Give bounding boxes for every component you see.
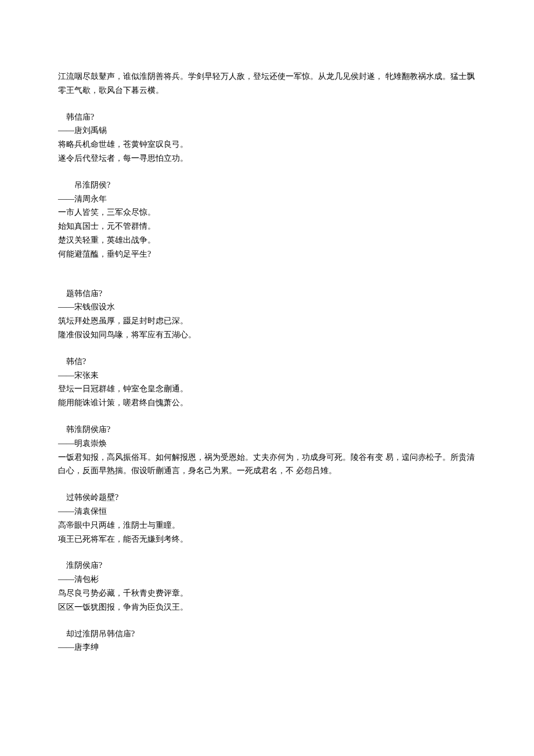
poem-block: 题韩信庙?——宋钱假设水筑坛拜处恩虽厚，蹑足封时虑已深。隆准假设知同鸟喙，将军应…: [58, 287, 476, 342]
poem-title: 韩信?: [58, 355, 476, 369]
poem-title: 吊淮阴侯?: [58, 178, 476, 192]
poem-author: ——明袁崇焕: [58, 437, 476, 451]
poem-author: ——清袁保恒: [58, 505, 476, 519]
poem-block: 韩信庙?——唐刘禹锡将略兵机命世雄，苍黄钟室叹良弓。遂令后代登坛者，每一寻思怕立…: [58, 110, 476, 165]
intro-text: 江流咽尽鼓鼙声，谁似淮阴善将兵。学剑早轻万人敌，登坛还使一军惊。从龙几见侯封遂，…: [58, 72, 475, 95]
poem-block: 却过淮阴吊韩信庙?——唐李绅: [58, 627, 476, 655]
poem-title: 韩淮阴侯庙?: [58, 423, 476, 437]
poem-line: 筑坛拜处恩虽厚，蹑足封时虑已深。: [58, 314, 476, 328]
poem-line: 区区一饭犹图报，争肯为臣负汉王。: [58, 600, 476, 614]
poem-block: 韩淮阴侯庙?——明袁崇焕一饭君知报，高风振俗耳。如何解报恩，祸为受恩始。丈夫亦何…: [58, 423, 476, 478]
poem-line: 项王已死将军在，能否无嫌到考终。: [58, 532, 476, 546]
intro-paragraph: 江流咽尽鼓鼙声，谁似淮阴善将兵。学剑早轻万人敌，登坛还使一军惊。从龙几见侯封遂，…: [58, 70, 476, 98]
poem-line: 隆准假设知同鸟喙，将军应有五湖心。: [58, 328, 476, 342]
poem-block: 过韩侯岭题壁?——清袁保恒高帝眼中只两雄，淮阴士与重瞳。项王已死将军在，能否无嫌…: [58, 491, 476, 546]
poem-title: 却过淮阴吊韩信庙?: [58, 627, 476, 641]
poem-line: 始知真国士，元不管群情。: [58, 219, 476, 233]
poem-block: 淮阴侯庙?——清包彬鸟尽良弓势必藏，千秋青史费评章。区区一饭犹图报，争肯为臣负汉…: [58, 559, 476, 614]
poem-title: 韩信庙?: [58, 110, 476, 124]
poem-block: 吊淮阴侯?——清周永年一市人皆笑，三军众尽惊。始知真国士，元不管群情。楚汉关轻重…: [58, 178, 476, 261]
poem-author: ——清包彬: [58, 573, 476, 586]
poem-line: 一饭君知报，高风振俗耳。如何解报恩，祸为受恩始。丈夫亦何为，功成身可死。陵谷有变…: [58, 451, 476, 478]
poem-line: 能用能诛谁计策，嗟君终自愧萧公。: [58, 396, 476, 410]
poem-title: 淮阴侯庙?: [58, 559, 476, 573]
poem-author: ——宋钱假设水: [58, 300, 476, 314]
poem-author: ——宋张耒: [58, 369, 476, 383]
poem-line: 遂令后代登坛者，每一寻思怕立功。: [58, 152, 476, 165]
poem-line: 高帝眼中只两雄，淮阴士与重瞳。: [58, 519, 476, 532]
poem-line: 登坛一日冠群雄，钟室仓皇念蒯通。: [58, 382, 476, 396]
poem-line: 将略兵机命世雄，苍黄钟室叹良弓。: [58, 138, 476, 152]
poem-title: 过韩侯岭题壁?: [58, 491, 476, 505]
poem-line: 鸟尽良弓势必藏，千秋青史费评章。: [58, 586, 476, 600]
poems-container: 韩信庙?——唐刘禹锡将略兵机命世雄，苍黄钟室叹良弓。遂令后代登坛者，每一寻思怕立…: [58, 110, 476, 655]
poem-title: 题韩信庙?: [58, 287, 476, 301]
poem-block: 韩信?——宋张耒登坛一日冠群雄，钟室仓皇念蒯通。能用能诛谁计策，嗟君终自愧萧公。: [58, 355, 476, 410]
poem-author: ——清周永年: [58, 192, 476, 206]
poem-line: 一市人皆笑，三军众尽惊。: [58, 206, 476, 219]
poem-author: ——唐李绅: [58, 640, 476, 654]
poem-line: 楚汉关轻重，英雄出战争。: [58, 233, 476, 247]
poem-line: 何能避菹醢，垂钓足平生?: [58, 247, 476, 261]
poem-author: ——唐刘禹锡: [58, 124, 476, 138]
